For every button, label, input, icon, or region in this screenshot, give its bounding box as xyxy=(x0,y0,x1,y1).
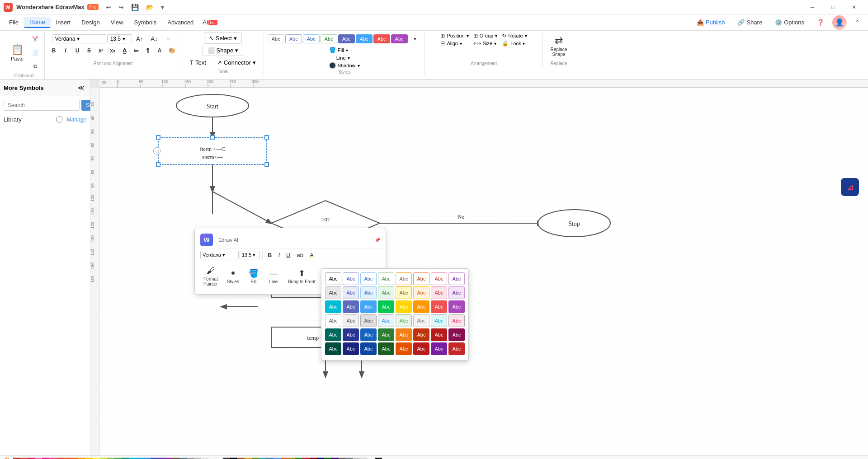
sp-cell-6-1[interactable]: Abc xyxy=(325,342,341,355)
sp-cell-5-2[interactable]: Abc xyxy=(343,328,359,341)
save-button[interactable]: 💾 xyxy=(128,2,142,12)
font-family-selector[interactable]: Verdana ▾ xyxy=(52,34,106,43)
collapse-ribbon-button[interactable]: ⌃ xyxy=(850,17,864,28)
sp-cell-5-1[interactable]: Abc xyxy=(325,328,341,341)
shape-button[interactable]: ⬜ Shape ▾ xyxy=(203,45,244,56)
ft-line-button[interactable]: — Line xyxy=(265,267,282,286)
swatch-pink[interactable] xyxy=(28,458,35,459)
subscript-button[interactable]: x₂ xyxy=(107,46,118,55)
minimize-button[interactable]: ─ xyxy=(802,0,823,14)
swatch-deep-orange[interactable] xyxy=(64,458,71,459)
font-color-bg-button[interactable]: 🎨 xyxy=(166,46,178,55)
user-avatar[interactable]: 👤 xyxy=(832,15,847,30)
swatch-light-grey[interactable] xyxy=(194,458,201,459)
sp-cell-6-2[interactable]: Abc xyxy=(343,342,359,355)
bold-button[interactable]: B xyxy=(48,46,59,55)
styles-more-button[interactable]: ▾ xyxy=(409,33,421,45)
sp-cell-4-2[interactable]: Abc xyxy=(343,314,359,327)
superscript-button[interactable]: x² xyxy=(95,46,106,55)
bullet-button[interactable]: ≔ xyxy=(131,46,142,55)
swatch-near-white[interactable] xyxy=(208,458,216,459)
swatch-dark-goldenrod[interactable] xyxy=(288,458,295,459)
menu-ai[interactable]: AI hot xyxy=(203,19,217,26)
sp-cell-2-8[interactable]: Abc xyxy=(448,286,465,299)
swatch-orange[interactable] xyxy=(78,458,85,459)
connector-button[interactable]: ↗ Connector ▾ xyxy=(212,57,261,68)
ft-font-selector[interactable]: Verdana ▾ xyxy=(200,251,239,259)
swatch-dark-red[interactable] xyxy=(310,458,317,459)
sp-cell-1-4[interactable]: Abc xyxy=(378,272,394,285)
menu-view[interactable]: View xyxy=(105,17,129,28)
swatch-teal[interactable] xyxy=(122,458,129,459)
sp-cell-5-6[interactable]: Abc xyxy=(413,328,429,341)
sp-cell-4-1[interactable]: Abc xyxy=(325,314,341,327)
sp-cell-1-8[interactable]: Abc xyxy=(448,272,465,285)
sp-cell-2-3[interactable]: Abc xyxy=(360,286,377,299)
swatch-grey2[interactable] xyxy=(346,458,353,459)
sp-cell-5-5[interactable]: Abc xyxy=(396,328,412,341)
ft-bring-to-front-button[interactable]: ⬆ Bring to Front xyxy=(285,266,319,286)
swatch-blue[interactable] xyxy=(143,458,151,459)
font-align-button[interactable]: ≡ xyxy=(162,33,175,45)
text-color-button[interactable]: A xyxy=(154,46,165,55)
sp-cell-3-1[interactable]: Abc xyxy=(325,300,341,313)
sp-cell-1-6[interactable]: Abc xyxy=(413,272,429,285)
close-button[interactable]: ✕ xyxy=(844,0,864,14)
ft-size-selector[interactable]: 13.5 ▾ xyxy=(240,251,260,259)
cut-button[interactable]: ✂️ xyxy=(29,33,42,45)
sp-cell-4-6[interactable]: Abc xyxy=(413,314,429,327)
sp-cell-5-8[interactable]: Abc xyxy=(448,328,465,341)
strikethrough-button[interactable]: S xyxy=(84,46,94,55)
swatch-dark[interactable] xyxy=(223,458,230,459)
sp-cell-6-5[interactable]: Abc xyxy=(396,342,412,355)
share-button[interactable]: 🔗 Share xyxy=(733,17,767,28)
clone-button[interactable]: ⧉ xyxy=(29,60,42,72)
copy-button[interactable]: 📄 xyxy=(29,46,42,59)
sp-cell-3-4[interactable]: Abc xyxy=(378,300,394,313)
sp-cell-4-5[interactable]: Abc xyxy=(396,314,412,327)
align-arrow[interactable]: ▾ xyxy=(460,41,462,46)
swatch-sienna[interactable] xyxy=(237,458,245,459)
select-button[interactable]: ↖ Select ▾ xyxy=(204,33,242,44)
swatch-yellow[interactable] xyxy=(93,458,100,459)
abc-style-4[interactable]: Abc xyxy=(321,34,337,43)
menu-file[interactable]: File xyxy=(4,17,24,28)
sp-cell-3-2[interactable]: Abc xyxy=(343,300,359,313)
swatch-amber[interactable] xyxy=(85,458,93,459)
position-arrow[interactable]: ▾ xyxy=(467,33,469,38)
swatch-near-black[interactable] xyxy=(375,458,382,459)
font-size-selector[interactable]: 13.5 ▾ xyxy=(107,34,132,43)
swatch-purple[interactable] xyxy=(165,458,172,459)
swatch-lime[interactable] xyxy=(100,458,107,459)
sp-cell-4-8[interactable]: Abc xyxy=(448,314,465,327)
sp-cell-2-4[interactable]: Abc xyxy=(378,286,394,299)
swatch-green[interactable] xyxy=(114,458,122,459)
ft-underline-button[interactable]: U xyxy=(283,250,293,260)
sp-cell-6-8[interactable]: Abc xyxy=(448,342,465,355)
undo-button[interactable]: ↩ xyxy=(103,2,114,12)
redo-button[interactable]: ↪ xyxy=(116,2,127,12)
swatch-black[interactable] xyxy=(230,458,237,459)
swatch-deep-pink[interactable] xyxy=(42,458,49,459)
ft-bold-button[interactable]: B xyxy=(265,250,274,260)
line-arrow[interactable]: ▾ xyxy=(348,56,350,61)
lock-arrow[interactable]: ▾ xyxy=(523,41,525,46)
sp-cell-5-3[interactable]: Abc xyxy=(360,328,377,341)
abc-style-2[interactable]: Abc xyxy=(285,34,302,43)
sp-cell-3-6[interactable]: Abc xyxy=(413,300,429,313)
publish-button[interactable]: 📤 Publish xyxy=(692,17,730,28)
sp-cell-2-6[interactable]: Abc xyxy=(413,286,429,299)
swatch-blue-grey[interactable] xyxy=(179,458,187,459)
sp-cell-2-1[interactable]: Abc xyxy=(325,286,341,299)
sp-cell-5-4[interactable]: Abc xyxy=(378,328,394,341)
sp-cell-2-5[interactable]: Abc xyxy=(396,286,412,299)
text-effect-button[interactable]: A̲ xyxy=(119,46,130,55)
font-shrink-button[interactable]: A↓ xyxy=(147,33,161,45)
color-bar-icon[interactable]: 🎨 xyxy=(4,457,11,459)
size-arrow[interactable]: ▾ xyxy=(494,41,496,46)
manage-checkbox[interactable] xyxy=(57,117,62,122)
sp-cell-4-7[interactable]: Abc xyxy=(431,314,447,327)
ft-italic-button[interactable]: I xyxy=(275,250,283,260)
swatch-light-sea-green[interactable] xyxy=(259,458,266,459)
sp-cell-2-2[interactable]: Abc xyxy=(343,286,359,299)
